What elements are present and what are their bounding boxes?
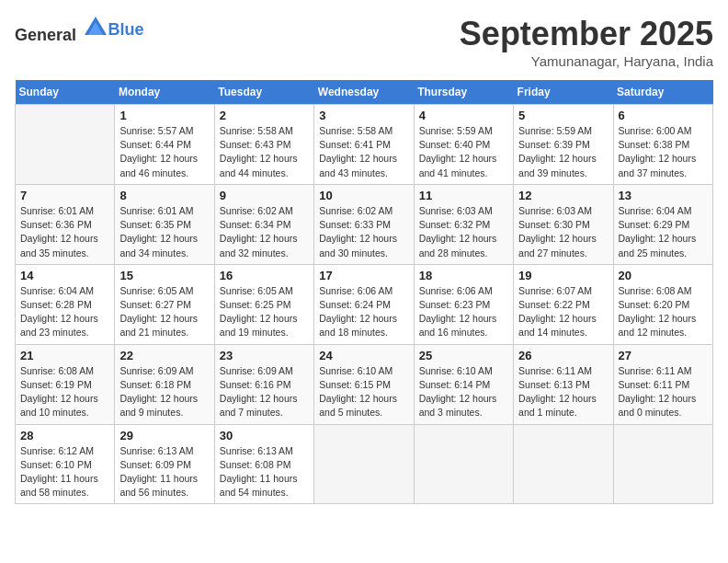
calendar-cell: 3Sunrise: 5:58 AM Sunset: 6:41 PM Daylig… (314, 105, 414, 185)
calendar-cell: 30Sunrise: 6:13 AM Sunset: 6:08 PM Dayli… (214, 424, 313, 504)
calendar-cell: 15Sunrise: 6:05 AM Sunset: 6:27 PM Dayli… (115, 264, 214, 344)
calendar-cell: 1Sunrise: 5:57 AM Sunset: 6:44 PM Daylig… (115, 105, 214, 185)
day-info: Sunrise: 5:59 AM Sunset: 6:39 PM Dayligh… (518, 124, 608, 180)
day-info: Sunrise: 6:01 AM Sunset: 6:35 PM Dayligh… (119, 204, 209, 260)
calendar-cell: 23Sunrise: 6:09 AM Sunset: 6:16 PM Dayli… (214, 344, 313, 424)
calendar-cell: 14Sunrise: 6:04 AM Sunset: 6:28 PM Dayli… (16, 264, 115, 344)
logo-general: General (15, 26, 76, 44)
day-number: 2 (220, 109, 309, 122)
day-info: Sunrise: 6:11 AM Sunset: 6:13 PM Dayligh… (518, 364, 608, 420)
calendar-day-header: Tuesday (214, 80, 313, 105)
day-info: Sunrise: 6:05 AM Sunset: 6:27 PM Dayligh… (119, 284, 209, 340)
calendar-day-header: Sunday (16, 80, 115, 105)
calendar-cell: 20Sunrise: 6:08 AM Sunset: 6:20 PM Dayli… (613, 264, 712, 344)
day-info: Sunrise: 6:08 AM Sunset: 6:20 PM Dayligh… (619, 284, 708, 340)
calendar-cell: 21Sunrise: 6:08 AM Sunset: 6:19 PM Dayli… (16, 344, 115, 424)
day-number: 28 (20, 429, 109, 442)
day-info: Sunrise: 6:11 AM Sunset: 6:11 PM Dayligh… (619, 364, 708, 420)
calendar-cell: 22Sunrise: 6:09 AM Sunset: 6:18 PM Dayli… (115, 344, 214, 424)
calendar-cell: 10Sunrise: 6:02 AM Sunset: 6:33 PM Dayli… (314, 184, 414, 264)
calendar-cell: 26Sunrise: 6:11 AM Sunset: 6:13 PM Dayli… (514, 344, 613, 424)
day-number: 14 (20, 269, 109, 282)
calendar-header-row: SundayMondayTuesdayWednesdayThursdayFrid… (16, 80, 713, 105)
day-info: Sunrise: 6:03 AM Sunset: 6:32 PM Dayligh… (419, 204, 508, 260)
calendar-cell (613, 424, 712, 504)
day-number: 23 (220, 349, 309, 362)
day-info: Sunrise: 6:03 AM Sunset: 6:30 PM Dayligh… (518, 204, 608, 260)
page-header: General Blue September 2025 Yamunanagar,… (15, 15, 713, 69)
day-info: Sunrise: 6:00 AM Sunset: 6:38 PM Dayligh… (619, 124, 708, 180)
calendar-cell: 19Sunrise: 6:07 AM Sunset: 6:22 PM Dayli… (514, 264, 613, 344)
day-info: Sunrise: 6:13 AM Sunset: 6:08 PM Dayligh… (220, 444, 309, 500)
day-number: 16 (220, 269, 309, 282)
day-info: Sunrise: 6:06 AM Sunset: 6:24 PM Dayligh… (319, 284, 408, 340)
day-number: 17 (319, 269, 408, 282)
day-number: 6 (619, 109, 708, 122)
calendar-week-row: 1Sunrise: 5:57 AM Sunset: 6:44 PM Daylig… (16, 105, 713, 185)
calendar-cell (514, 424, 613, 504)
calendar-cell: 5Sunrise: 5:59 AM Sunset: 6:39 PM Daylig… (514, 105, 613, 185)
logo-icon (83, 15, 108, 40)
day-number: 27 (619, 349, 708, 362)
day-number: 1 (119, 109, 209, 122)
calendar-cell: 11Sunrise: 6:03 AM Sunset: 6:32 PM Dayli… (414, 184, 513, 264)
calendar-table: SundayMondayTuesdayWednesdayThursdayFrid… (15, 80, 713, 504)
calendar-week-row: 21Sunrise: 6:08 AM Sunset: 6:19 PM Dayli… (16, 344, 713, 424)
day-number: 9 (220, 189, 309, 202)
calendar-cell: 29Sunrise: 6:13 AM Sunset: 6:09 PM Dayli… (115, 424, 214, 504)
day-number: 12 (518, 189, 608, 202)
day-info: Sunrise: 6:06 AM Sunset: 6:23 PM Dayligh… (419, 284, 508, 340)
calendar-cell: 16Sunrise: 6:05 AM Sunset: 6:25 PM Dayli… (214, 264, 313, 344)
calendar-cell: 7Sunrise: 6:01 AM Sunset: 6:36 PM Daylig… (16, 184, 115, 264)
calendar-day-header: Monday (115, 80, 214, 105)
day-number: 7 (20, 189, 109, 202)
day-number: 25 (419, 349, 508, 362)
day-number: 13 (619, 189, 708, 202)
calendar-cell: 18Sunrise: 6:06 AM Sunset: 6:23 PM Dayli… (414, 264, 513, 344)
calendar-day-header: Friday (514, 80, 613, 105)
logo-blue: Blue (108, 20, 144, 40)
day-number: 8 (119, 189, 209, 202)
calendar-cell: 27Sunrise: 6:11 AM Sunset: 6:11 PM Dayli… (613, 344, 712, 424)
day-number: 11 (419, 189, 508, 202)
day-number: 30 (220, 429, 309, 442)
logo: General Blue (15, 15, 144, 45)
calendar-cell (414, 424, 513, 504)
day-number: 15 (119, 269, 209, 282)
calendar-cell (314, 424, 414, 504)
day-number: 10 (319, 189, 408, 202)
day-info: Sunrise: 6:08 AM Sunset: 6:19 PM Dayligh… (20, 364, 109, 420)
day-info: Sunrise: 6:09 AM Sunset: 6:16 PM Dayligh… (220, 364, 309, 420)
day-number: 22 (119, 349, 209, 362)
calendar-week-row: 14Sunrise: 6:04 AM Sunset: 6:28 PM Dayli… (16, 264, 713, 344)
day-number: 26 (518, 349, 608, 362)
calendar-cell (16, 105, 115, 185)
day-info: Sunrise: 6:07 AM Sunset: 6:22 PM Dayligh… (518, 284, 608, 340)
day-info: Sunrise: 6:05 AM Sunset: 6:25 PM Dayligh… (220, 284, 309, 340)
day-info: Sunrise: 6:10 AM Sunset: 6:14 PM Dayligh… (419, 364, 508, 420)
calendar-cell: 25Sunrise: 6:10 AM Sunset: 6:14 PM Dayli… (414, 344, 513, 424)
calendar-cell: 12Sunrise: 6:03 AM Sunset: 6:30 PM Dayli… (514, 184, 613, 264)
day-number: 18 (419, 269, 508, 282)
calendar-day-header: Saturday (613, 80, 712, 105)
calendar-week-row: 7Sunrise: 6:01 AM Sunset: 6:36 PM Daylig… (16, 184, 713, 264)
calendar-cell: 24Sunrise: 6:10 AM Sunset: 6:15 PM Dayli… (314, 344, 414, 424)
title-block: September 2025 Yamunanagar, Haryana, Ind… (460, 15, 713, 69)
day-number: 20 (619, 269, 708, 282)
calendar-cell: 4Sunrise: 5:59 AM Sunset: 6:40 PM Daylig… (414, 105, 513, 185)
day-number: 24 (319, 349, 408, 362)
day-number: 19 (518, 269, 608, 282)
day-number: 4 (419, 109, 508, 122)
day-info: Sunrise: 6:02 AM Sunset: 6:34 PM Dayligh… (220, 204, 309, 260)
day-number: 21 (20, 349, 109, 362)
day-info: Sunrise: 6:12 AM Sunset: 6:10 PM Dayligh… (20, 444, 109, 500)
calendar-cell: 8Sunrise: 6:01 AM Sunset: 6:35 PM Daylig… (115, 184, 214, 264)
day-info: Sunrise: 6:04 AM Sunset: 6:29 PM Dayligh… (619, 204, 708, 260)
calendar-cell: 9Sunrise: 6:02 AM Sunset: 6:34 PM Daylig… (214, 184, 313, 264)
calendar-cell: 13Sunrise: 6:04 AM Sunset: 6:29 PM Dayli… (613, 184, 712, 264)
day-info: Sunrise: 5:58 AM Sunset: 6:41 PM Dayligh… (319, 124, 408, 180)
location: Yamunanagar, Haryana, India (460, 53, 713, 69)
calendar-week-row: 28Sunrise: 6:12 AM Sunset: 6:10 PM Dayli… (16, 424, 713, 504)
day-info: Sunrise: 5:57 AM Sunset: 6:44 PM Dayligh… (119, 124, 209, 180)
day-info: Sunrise: 6:09 AM Sunset: 6:18 PM Dayligh… (119, 364, 209, 420)
